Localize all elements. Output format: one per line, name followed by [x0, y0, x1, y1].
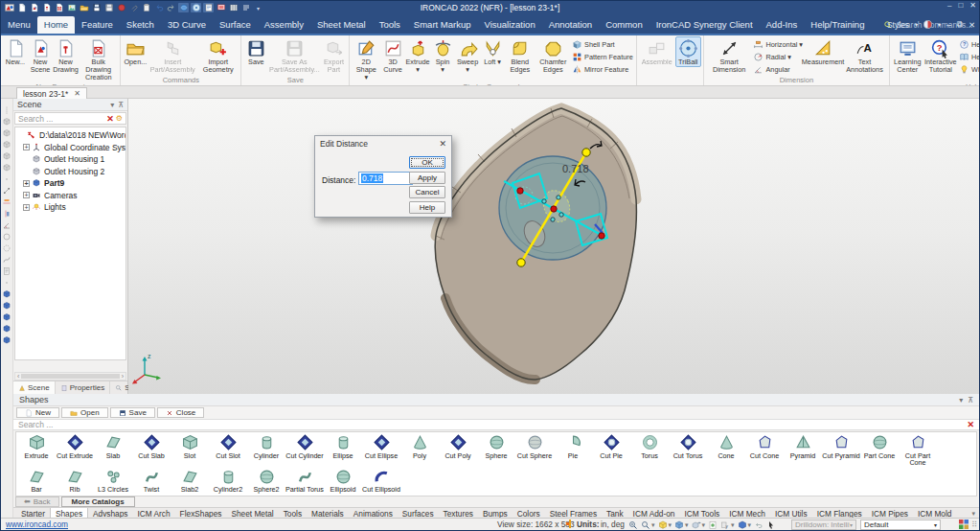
- cube-gray-icon[interactable]: [2, 148, 11, 157]
- open--button[interactable]: Open...: [123, 36, 148, 67]
- render-icon[interactable]: [116, 3, 126, 12]
- viewport-3d[interactable]: 0.718 z Edit Distance ✕ Distance: 0.718: [128, 99, 980, 394]
- qat-dropdown-icon[interactable]: ▾: [253, 3, 263, 12]
- help-tutorials-button[interactable]: Help Tutorials: [959, 51, 979, 62]
- new-drawing-icon[interactable]: [41, 3, 52, 12]
- catalog-open-button[interactable]: Open: [61, 407, 108, 418]
- color-grid-icon[interactable]: [959, 519, 969, 529]
- grip-icon[interactable]: [2, 102, 11, 111]
- catalog-item-cylinder2[interactable]: Cylinder2: [209, 467, 247, 494]
- help-topics--button[interactable]: ?Help Topics...: [959, 38, 979, 50]
- dot-icon[interactable]: [2, 171, 11, 180]
- what-s-new-button[interactable]: What's New: [959, 63, 979, 75]
- dim-line-icon[interactable]: [2, 182, 11, 192]
- catalog-item-sphere2[interactable]: Sphere2: [247, 467, 285, 494]
- catalog-item-sphere[interactable]: Sphere: [477, 432, 515, 467]
- catalog-item-twist[interactable]: Twist: [132, 467, 171, 494]
- save-as-icon[interactable]: [103, 3, 114, 12]
- learning-center-button[interactable]: Learning Center: [892, 36, 923, 75]
- open-folder-icon[interactable]: [79, 3, 89, 12]
- app-logo-icon[interactable]: [4, 3, 14, 12]
- select-cursor-icon[interactable]: [766, 520, 776, 530]
- tree-item-outlet-housing-1[interactable]: Outlet Housing 1: [15, 153, 125, 166]
- document-tab[interactable]: lesson 23-1* ✕: [16, 87, 87, 99]
- apply-button[interactable]: Apply: [409, 172, 445, 184]
- more-catalogs-button[interactable]: More Catalogs: [61, 496, 135, 507]
- scene-search-input[interactable]: Search ... ✕ ⚙: [14, 112, 126, 125]
- blend-edges-button[interactable]: Blend Edges: [505, 36, 536, 75]
- loft-button[interactable]: Loft ▾: [480, 36, 505, 67]
- interactive-tutorial-button[interactable]: ?Interactive Tutorial: [923, 36, 958, 75]
- new-drawing-button[interactable]: New Drawing: [53, 36, 79, 75]
- horizontal-button[interactable]: Horizontal ▾: [753, 38, 803, 50]
- catalog-item-partial-torus[interactable]: Partial Torus: [285, 467, 324, 494]
- pattern-feature-button[interactable]: Pattern Feature: [572, 51, 633, 62]
- tree-item-cameras[interactable]: +Cameras: [15, 190, 125, 202]
- catalog-close-button[interactable]: Close: [157, 407, 204, 418]
- view-cube-icon[interactable]: ▾: [674, 520, 689, 530]
- styles-caret-icon[interactable]: ▾: [915, 21, 918, 28]
- expand-icon[interactable]: +: [23, 204, 30, 211]
- 2d-shape-button[interactable]: 2D Shape ▾: [352, 36, 380, 82]
- cube-gray-icon[interactable]: [2, 113, 11, 123]
- tab-help-training[interactable]: Help/Training: [804, 16, 871, 34]
- paste-icon[interactable]: [141, 3, 151, 12]
- tab-sketch[interactable]: Sketch: [120, 16, 161, 34]
- shapes-search-clear-icon[interactable]: ✕: [967, 420, 974, 429]
- catalog-item-bar[interactable]: Bar: [17, 467, 56, 494]
- catalog-item-slot[interactable]: Slot: [171, 432, 209, 467]
- note-icon[interactable]: [2, 263, 11, 272]
- triball-button[interactable]: TriBall: [675, 36, 701, 67]
- catalog-save-button[interactable]: Save: [110, 407, 155, 418]
- tab-menu[interactable]: Menu: [1, 16, 37, 34]
- catalog-item-cylinder[interactable]: Cylinder: [247, 432, 285, 467]
- catalog-new-button[interactable]: New: [16, 407, 59, 418]
- catalog-item-slab2[interactable]: Slab2: [171, 467, 209, 494]
- doc-close-icon[interactable]: ✕: [969, 20, 975, 30]
- zoom-window-icon[interactable]: ▾: [641, 520, 655, 530]
- sweep-button[interactable]: Sweep ▾: [455, 36, 480, 75]
- new-doc-icon[interactable]: [16, 3, 27, 12]
- shell-part-button[interactable]: Shell Part: [572, 38, 633, 50]
- image-icon[interactable]: [66, 3, 77, 12]
- tree-root[interactable]: D:\data\2018 NEW\Word\TECH-NET: [15, 129, 125, 142]
- import-geometry-button[interactable]: Import Geometry: [197, 36, 239, 75]
- catalog-item-cut-sphere[interactable]: Cut Sphere: [515, 432, 554, 467]
- shapes-search-input[interactable]: Search ... ✕: [13, 419, 979, 430]
- tab-feature[interactable]: Feature: [75, 16, 120, 34]
- catalog-item-cut-pyramid[interactable]: Cut Pyramid: [822, 432, 860, 467]
- tab-visualization[interactable]: Visualization: [478, 16, 542, 34]
- catalog-item-cut-slab[interactable]: Cut Slab: [132, 432, 171, 467]
- render-page-icon[interactable]: [708, 520, 718, 530]
- angle-icon[interactable]: [2, 217, 11, 226]
- cancel-button[interactable]: Cancel: [409, 186, 445, 198]
- undo-view-icon[interactable]: [754, 520, 763, 530]
- tab-surface[interactable]: Surface: [213, 16, 258, 34]
- extrude-button[interactable]: Extrude ▾: [405, 36, 430, 75]
- help-globe-icon[interactable]: [923, 20, 932, 29]
- catalog-item-extrude[interactable]: Extrude: [17, 432, 56, 467]
- radial-button[interactable]: Radial ▾: [753, 51, 803, 62]
- doc-restore-icon[interactable]: ⧉: [957, 19, 963, 30]
- grid-icon[interactable]: [228, 3, 239, 12]
- smart-dimension-button[interactable]: Smart Dimension: [706, 36, 753, 75]
- catalog-item-cut-cylinder[interactable]: Cut Cylinder: [285, 432, 324, 467]
- more-icon[interactable]: [240, 3, 251, 12]
- style-select[interactable]: Default▾: [860, 519, 941, 530]
- spin-button[interactable]: Spin ▾: [430, 36, 455, 75]
- tab-home[interactable]: Home: [37, 16, 75, 34]
- save-icon[interactable]: [91, 3, 102, 12]
- minimize-icon[interactable]: –: [947, 1, 951, 10]
- catalog-item-cut-ellipsoid[interactable]: Cut Ellipsoid: [362, 467, 400, 494]
- attach-icon[interactable]: [128, 3, 139, 12]
- expand-icon[interactable]: +: [23, 192, 30, 198]
- tree-item-part9[interactable]: +Part9: [15, 177, 125, 190]
- cube-gray-icon[interactable]: [2, 159, 11, 169]
- tab-annotation[interactable]: Annotation: [542, 16, 599, 34]
- 3d-curve-button[interactable]: 3D Curve: [380, 36, 405, 75]
- tab-ironcad-synergy-client[interactable]: IronCAD Synergy Client: [650, 16, 760, 34]
- back-button[interactable]: ⬅Back: [15, 496, 59, 507]
- catalog-item-cut-extrude[interactable]: Cut Extrude: [56, 432, 94, 467]
- dim-horizontal-icon[interactable]: [2, 194, 11, 203]
- tab-tools[interactable]: Tools: [373, 16, 407, 34]
